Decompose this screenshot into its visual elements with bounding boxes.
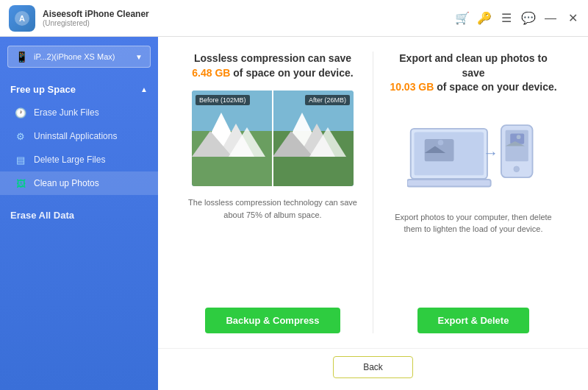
cart-icon[interactable]: 🛒 <box>456 12 469 25</box>
main-layout: 📱 iP...2)(iPhone XS Max) ▼ Free up Space… <box>0 37 588 390</box>
menu-icon[interactable]: ☰ <box>500 12 513 25</box>
erase-all-data-header[interactable]: Erase All Data <box>10 210 148 221</box>
delete-large-label: Delete Large Files <box>34 155 105 165</box>
photo-before: Before (102MB) <box>192 91 273 186</box>
comparison-divider <box>272 91 273 186</box>
app-title-block: Aiseesoft iPhone Cleaner (Unregistered) <box>43 9 456 27</box>
svg-point-26 <box>514 166 520 172</box>
chevron-down-icon: ▼ <box>135 53 143 61</box>
left-highlight: 6.48 GB <box>192 67 230 79</box>
clock-icon: 🕐 <box>15 107 26 118</box>
files-icon: ▤ <box>15 154 26 166</box>
section-title-free-up: Free up Space <box>10 84 76 95</box>
export-delete-panel: Export and clean up photos to save 10.03… <box>373 52 573 333</box>
erase-junk-label: Erase Junk Files <box>34 107 99 118</box>
svg-point-18 <box>438 140 444 146</box>
left-description: The lossless compression technology can … <box>188 196 357 221</box>
clean-photos-label: Clean up Photos <box>34 178 99 188</box>
window-controls: 🛒 🔑 ☰ 💬 — ✕ <box>456 12 579 25</box>
chat-icon[interactable]: 💬 <box>522 12 535 25</box>
photo-comparison: Before (102MB) After (26MB) <box>192 91 354 186</box>
apps-icon: ⚙ <box>15 130 26 142</box>
left-title-part2: of space on your device. <box>233 67 353 79</box>
close-button[interactable]: ✕ <box>566 12 579 25</box>
chevron-up-icon: ▲ <box>140 85 148 93</box>
device-name: iP...2)(iPhone XS Max) <box>34 52 129 61</box>
device-selector[interactable]: 📱 iP...2)(iPhone XS Max) ▼ <box>7 46 151 68</box>
back-button[interactable]: Back <box>333 356 413 378</box>
app-name: Aiseesoft iPhone Cleaner <box>43 9 456 19</box>
content-area: Lossless compression can save 6.48 GB of… <box>158 37 588 390</box>
svg-rect-19 <box>407 180 491 186</box>
after-label: After (26MB) <box>305 95 350 105</box>
export-svg: → <box>407 105 539 201</box>
sidebar: 📱 iP...2)(iPhone XS Max) ▼ Free up Space… <box>0 37 158 390</box>
before-label: Before (102MB) <box>196 95 250 105</box>
backup-compress-panel: Lossless compression can save 6.48 GB of… <box>173 52 373 333</box>
export-illustration: → <box>407 105 539 201</box>
export-delete-button[interactable]: Export & Delete <box>417 308 530 333</box>
svg-text:A: A <box>19 14 25 23</box>
key-icon[interactable]: 🔑 <box>478 12 491 25</box>
right-title-part2: of space on your device. <box>437 81 556 93</box>
device-icon: 📱 <box>15 51 28 63</box>
app-status: (Unregistered) <box>43 19 456 27</box>
svg-text:→: → <box>483 143 498 160</box>
sidebar-item-clean-photos[interactable]: 🖼 Clean up Photos <box>0 171 158 195</box>
free-up-space-header[interactable]: Free up Space ▲ <box>0 77 158 101</box>
free-up-space-section: Free up Space ▲ 🕐 Erase Junk Files ⚙ Uni… <box>0 77 158 195</box>
title-bar: A Aiseesoft iPhone Cleaner (Unregistered… <box>0 0 588 37</box>
content-footer: Back <box>158 348 588 390</box>
panel-left-title: Lossless compression can save 6.48 GB of… <box>192 52 353 80</box>
photos-icon: 🖼 <box>15 177 26 189</box>
minimize-button[interactable]: — <box>544 12 557 25</box>
right-description: Export photos to your computer, then del… <box>395 211 551 235</box>
svg-point-25 <box>517 135 521 139</box>
sidebar-item-uninstall-apps[interactable]: ⚙ Uninstall Applications <box>0 124 158 148</box>
photo-after: After (26MB) <box>273 91 354 186</box>
right-highlight: 10.03 GB <box>390 81 434 93</box>
backup-compress-button[interactable]: Backup & Compress <box>205 308 340 333</box>
sidebar-item-erase-junk[interactable]: 🕐 Erase Junk Files <box>0 101 158 124</box>
app-logo: A <box>9 5 35 32</box>
erase-all-data-section: Erase All Data <box>0 202 158 228</box>
sidebar-item-delete-large[interactable]: ▤ Delete Large Files <box>0 148 158 171</box>
uninstall-apps-label: Uninstall Applications <box>34 131 117 141</box>
panel-right-title: Export and clean up photos to save 10.03… <box>388 52 559 95</box>
content-main: Lossless compression can save 6.48 GB of… <box>158 37 588 348</box>
